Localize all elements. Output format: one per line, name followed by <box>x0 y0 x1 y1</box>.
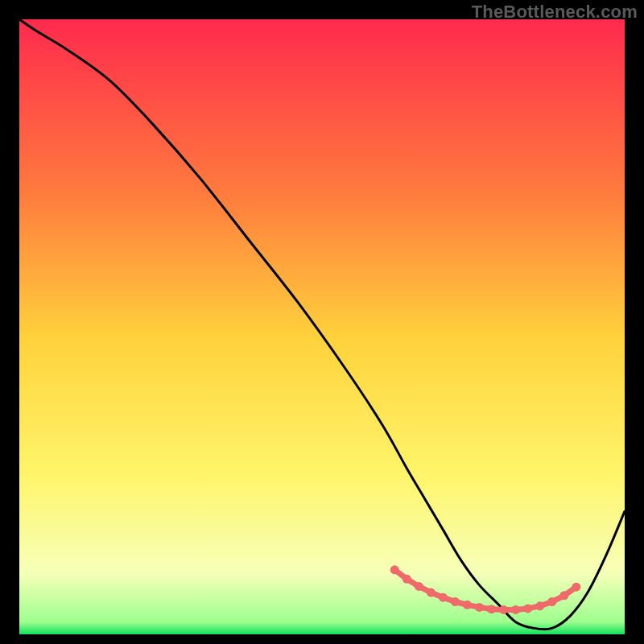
optimal-zone-point <box>535 601 544 610</box>
optimal-zone-point <box>427 588 436 597</box>
optimal-zone-point <box>439 593 448 602</box>
optimal-zone-point <box>475 603 484 612</box>
optimal-zone-point <box>499 605 508 614</box>
optimal-zone-point <box>415 582 423 591</box>
bottleneck-chart <box>19 19 625 634</box>
optimal-zone-point <box>572 583 580 592</box>
optimal-zone-point <box>487 605 496 613</box>
chart-frame: { "watermark": "TheBottleneck.com", "col… <box>0 0 644 644</box>
gradient-background <box>19 19 625 634</box>
optimal-zone-point <box>451 597 460 606</box>
optimal-zone-point <box>511 605 520 614</box>
optimal-zone-point <box>523 604 532 613</box>
optimal-zone-point <box>559 591 568 600</box>
optimal-zone-point <box>390 565 399 574</box>
optimal-zone-point <box>463 601 472 609</box>
optimal-zone-point <box>402 575 411 584</box>
optimal-zone-point <box>547 597 556 606</box>
